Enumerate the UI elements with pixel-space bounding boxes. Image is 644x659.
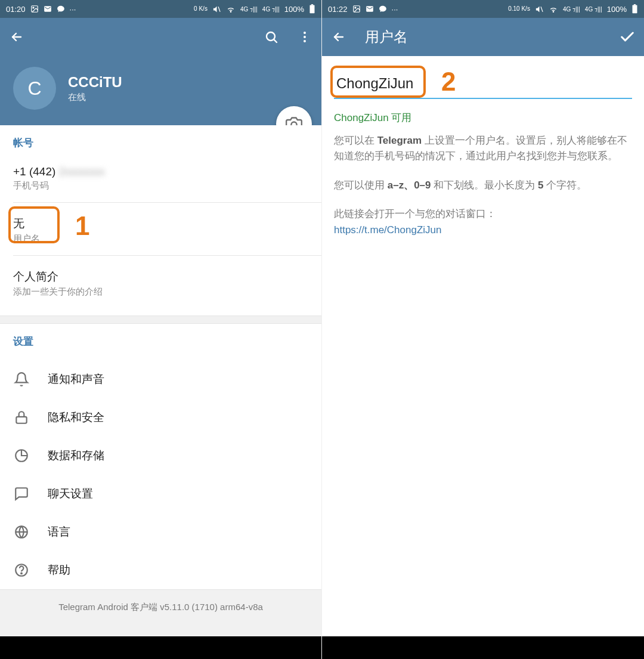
svg-rect-5: [311, 4, 313, 5]
settings-item-label: 数据和存储: [48, 448, 104, 463]
status-4g1: 4G ⁊|||: [563, 6, 580, 13]
chat-icon: [13, 485, 30, 502]
back-icon[interactable]: [8, 29, 25, 45]
lock-icon: [13, 409, 30, 426]
settings-header: 设置: [13, 335, 308, 348]
section-gap: [0, 315, 321, 324]
settings-item-privacy[interactable]: 隐私和安全: [0, 398, 321, 437]
status-4g2: 4G ⁊|||: [262, 6, 280, 13]
chat-bubble-icon: [379, 5, 387, 13]
settings-item-help[interactable]: 帮助: [0, 551, 321, 589]
more-dots-icon: ···: [392, 5, 398, 14]
username-link[interactable]: https://t.me/ChongZiJun: [334, 224, 632, 236]
svg-point-8: [304, 36, 306, 38]
svg-point-9: [304, 40, 306, 42]
settings-item-label: 帮助: [48, 562, 70, 578]
bio-hint: 添加一些关于你的介绍: [13, 286, 308, 298]
mail-icon: [44, 5, 52, 13]
profile-header: C CCCiTU 在线: [0, 56, 321, 125]
battery-icon: [631, 4, 638, 14]
status-4g1: 4G ⁊|||: [240, 6, 258, 13]
chat-bubble-icon: [57, 5, 65, 13]
svg-rect-20: [633, 5, 637, 14]
avatar-letter: C: [27, 78, 41, 100]
phone-prefix: +1 (442): [13, 165, 55, 178]
mute-icon: [535, 5, 544, 14]
android-navbar: [322, 636, 644, 659]
confirm-icon[interactable]: [619, 29, 636, 45]
settings-item-notifications[interactable]: 通知和声音: [0, 360, 321, 398]
status-4g2: 4G ⁊|||: [585, 6, 602, 13]
settings-item-label: 通知和声音: [48, 372, 104, 387]
wifi-icon: [226, 4, 236, 14]
pie-icon: [13, 447, 30, 464]
version-footer: Telegram Android 客户端 v5.11.0 (1710) arm6…: [0, 589, 321, 636]
globe-icon: [13, 524, 30, 540]
username-desc-2: 您可以使用 a–z、0–9 和下划线。最小长度为 5 个字符。: [334, 178, 632, 193]
battery-icon: [309, 4, 315, 14]
status-net: 0 K/s: [194, 6, 208, 12]
mail-icon: [366, 5, 374, 13]
bio-title: 个人简介: [13, 269, 308, 284]
wifi-icon: [549, 4, 558, 14]
username-available: ChongZiJun 可用: [334, 111, 632, 125]
appbar: 用户名: [322, 18, 644, 56]
svg-point-7: [304, 32, 306, 34]
account-section: 帐号 +1 (442) 2xxxxxxx 手机号码: [0, 125, 321, 202]
profile-status: 在线: [68, 92, 122, 103]
settings-item-label: 隐私和安全: [48, 410, 104, 425]
android-navbar: [0, 636, 321, 659]
screen-username: 01:22 ··· 0.10 K/s 4G ⁊||| 4G ⁊||| 100% …: [322, 0, 644, 659]
bell-icon: [13, 371, 30, 388]
image-icon: [30, 5, 39, 13]
status-net: 0.10 K/s: [508, 6, 530, 12]
settings-item-label: 聊天设置: [48, 486, 93, 502]
profile-name: CCCiTU: [68, 74, 122, 91]
search-icon[interactable]: [263, 29, 280, 45]
avatar[interactable]: C: [13, 67, 56, 110]
settings-item-data[interactable]: 数据和存储: [0, 437, 321, 475]
settings-section: 设置: [0, 324, 321, 360]
username-input[interactable]: [334, 69, 632, 99]
status-bar: 01:22 ··· 0.10 K/s 4G ⁊||| 4G ⁊||| 100%: [322, 0, 644, 18]
phone-label: 手机号码: [13, 180, 308, 191]
help-icon: [13, 562, 30, 578]
username-desc-3: 此链接会打开一个与您的对话窗口：: [334, 206, 632, 222]
svg-point-15: [21, 573, 22, 574]
settings-item-label: 语言: [48, 524, 70, 540]
more-dots-icon: ···: [70, 5, 76, 14]
svg-rect-11: [16, 417, 26, 423]
status-battery-pct: 100%: [284, 5, 304, 14]
username-desc-1: 您可以在 Telegram 上设置一个用户名。设置后，别人将能够在不知道您的手机…: [334, 133, 632, 165]
overflow-menu-icon[interactable]: [296, 29, 313, 45]
username-row[interactable]: 无 用户名 1: [13, 209, 308, 252]
phone-hidden: 2xxxxxxx: [59, 165, 105, 178]
svg-point-19: [553, 11, 553, 12]
svg-line-18: [541, 7, 543, 12]
bio-row[interactable]: 个人简介 添加一些关于你的介绍: [13, 262, 308, 305]
settings-item-chat[interactable]: 聊天设置: [0, 475, 321, 513]
mute-icon: [212, 5, 221, 14]
appbar: [0, 18, 321, 56]
svg-rect-4: [310, 5, 315, 14]
settings-item-language[interactable]: 语言: [0, 513, 321, 551]
phone-row[interactable]: +1 (442) 2xxxxxxx 手机号码: [13, 158, 308, 199]
screen-settings: 01:20 ··· 0 K/s 4G ⁊||| 4G ⁊||| 100%: [0, 0, 322, 659]
status-time: 01:20: [6, 5, 26, 14]
status-battery-pct: 100%: [607, 5, 627, 14]
account-header: 帐号: [13, 136, 308, 150]
appbar-title: 用户名: [365, 27, 408, 47]
status-time: 01:22: [328, 5, 348, 14]
svg-point-17: [354, 7, 355, 8]
back-icon[interactable]: [330, 29, 347, 45]
status-bar: 01:20 ··· 0 K/s 4G ⁊||| 4G ⁊||| 100%: [0, 0, 321, 18]
image-icon: [352, 5, 361, 13]
svg-rect-21: [634, 4, 636, 5]
username-label: 用户名: [13, 233, 308, 245]
svg-point-3: [230, 11, 231, 12]
username-value: 无: [13, 216, 308, 231]
svg-point-1: [32, 7, 33, 8]
